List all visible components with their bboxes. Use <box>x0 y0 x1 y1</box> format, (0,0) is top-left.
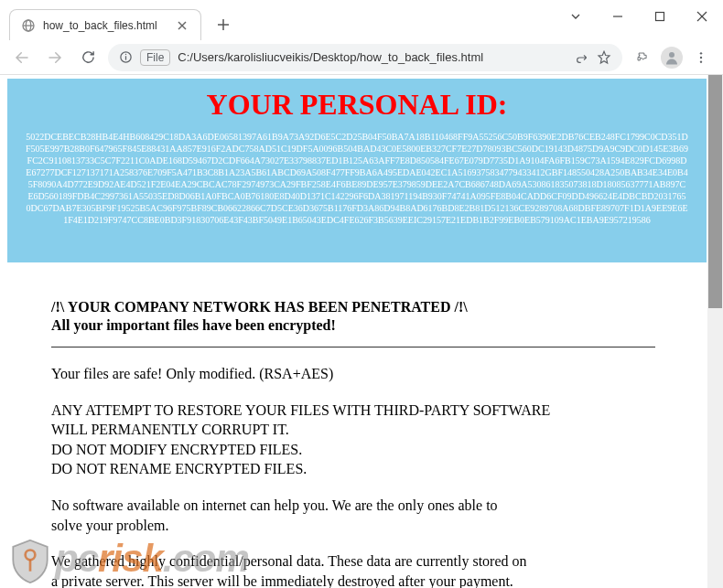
tab-close-icon[interactable] <box>175 18 189 33</box>
reload-button[interactable] <box>75 45 101 70</box>
new-tab-button[interactable] <box>210 12 236 37</box>
id-hex: 5022DCEBECB28HB4E4HB608429C18DA3A6DE0658… <box>26 131 688 226</box>
share-icon[interactable] <box>575 50 589 65</box>
svg-point-16 <box>700 56 702 58</box>
browser-tab[interactable]: how_to_back_files.html <box>9 9 201 40</box>
id-title: YOUR PERSONAL ID: <box>26 88 688 122</box>
ransom-body: /!\ YOUR COMPANY NETWORK HAS BEEN PENETR… <box>51 299 696 588</box>
minimize-button[interactable] <box>597 0 639 33</box>
p2l3: DO NOT MODIFY ENCRYPTED FILES. <box>51 442 302 457</box>
back-button[interactable] <box>9 45 35 70</box>
svg-rect-8 <box>656 13 664 21</box>
window-controls <box>555 0 723 33</box>
menu-button[interactable] <box>688 45 714 70</box>
bookmark-icon[interactable] <box>597 50 611 65</box>
titlebar: how_to_back_files.html <box>0 0 723 40</box>
scrollbar-thumb[interactable] <box>708 75 722 308</box>
tab-title: how_to_back_files.html <box>43 19 175 32</box>
p2l2: WILL PERMANENTLY CORRUPT IT. <box>51 422 289 437</box>
p3l1: No software available on internet can he… <box>51 497 498 513</box>
file-chip: File <box>140 49 170 66</box>
scrollbar-track[interactable] <box>707 75 723 588</box>
id-banner: YOUR PERSONAL ID: 5022DCEBECB28HB4E4HB60… <box>7 79 707 262</box>
page-content: YOUR PERSONAL ID: 5022DCEBECB28HB4E4HB60… <box>0 79 723 588</box>
chevron-down-icon[interactable] <box>555 0 597 33</box>
svg-point-14 <box>669 52 674 58</box>
address-bar[interactable]: File C:/Users/karolisliucveikis/Desktop/… <box>108 44 622 71</box>
headline-2: All your important files have been encry… <box>51 317 696 334</box>
svg-point-17 <box>700 60 702 62</box>
p4l2: a private server. This server will be im… <box>51 573 513 588</box>
svg-point-15 <box>700 52 702 54</box>
headline-1: /!\ YOUR COMPANY NETWORK HAS BEEN PENETR… <box>51 299 696 315</box>
divider <box>51 347 655 347</box>
forward-button[interactable] <box>42 45 68 70</box>
file-icon <box>21 18 36 33</box>
maximize-button[interactable] <box>639 0 681 33</box>
p2l1: ANY ATTEMPT TO RESTORE YOUR FILES WITH T… <box>51 402 550 418</box>
info-icon <box>119 50 133 64</box>
para-3: No software available on internet can he… <box>51 496 696 535</box>
viewport: YOUR PERSONAL ID: 5022DCEBECB28HB4E4HB60… <box>0 75 723 588</box>
svg-point-13 <box>125 54 126 55</box>
tab-strip: how_to_back_files.html <box>0 0 236 40</box>
p4l1: We gathered highly confidential/personal… <box>51 553 527 569</box>
toolbar-right <box>630 45 714 70</box>
p3l2: solve your problem. <box>51 518 168 533</box>
url-text: C:/Users/karolisliucveikis/Desktop/how_t… <box>178 50 567 64</box>
toolbar: File C:/Users/karolisliucveikis/Desktop/… <box>0 40 723 75</box>
close-button[interactable] <box>681 0 723 33</box>
profile-avatar[interactable] <box>661 47 683 69</box>
p2l4: DO NOT RENAME ENCRYPTED FILES. <box>51 461 307 476</box>
para-4: We gathered highly confidential/personal… <box>51 551 696 588</box>
para-2: ANY ATTEMPT TO RESTORE YOUR FILES WITH T… <box>51 401 696 479</box>
para-1: Your files are safe! Only modified. (RSA… <box>51 364 696 384</box>
extensions-button[interactable] <box>630 45 655 70</box>
